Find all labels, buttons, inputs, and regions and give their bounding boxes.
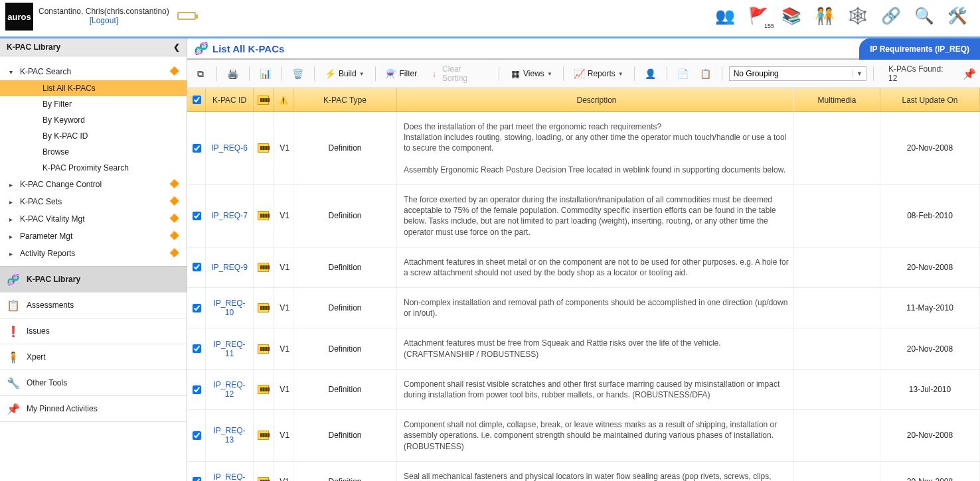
globe-people-icon[interactable]: 🧑‍🤝‍🧑 (814, 5, 835, 27)
table-row[interactable]: IP_REQ-12 V1 Definition Component shall … (187, 370, 980, 410)
person-button[interactable]: 👤 (641, 66, 660, 81)
row-checkbox-cell[interactable] (187, 462, 206, 481)
clear-sorting-button[interactable]: ↓Clear Sorting (425, 62, 492, 85)
row-checkbox[interactable] (193, 304, 201, 312)
row-checkbox[interactable] (193, 263, 201, 271)
kpac-id-link[interactable]: IP_REQ-14 (210, 472, 249, 481)
flag-icon[interactable]: 🚩155 (748, 5, 769, 27)
row-checkbox[interactable] (193, 431, 201, 440)
table-row[interactable]: IP_REQ-14 V1 Definition Seal all mechani… (187, 462, 980, 481)
delete-button[interactable]: 🗑️ (289, 66, 307, 81)
table-row[interactable]: IP_REQ-6 V1 Definition Does the installa… (187, 112, 980, 185)
module-item[interactable]: 🧍Xpert (0, 344, 187, 370)
module-item[interactable]: 🧬K-PAC Library (0, 267, 187, 293)
header-checkbox-col[interactable] (187, 88, 206, 111)
row-type-cell: Definition (293, 247, 397, 287)
table-row[interactable]: IP_REQ-9 V1 Definition Attachment featur… (187, 247, 980, 288)
share-icon[interactable]: 🔗 (880, 5, 902, 27)
tree-expander-icon[interactable]: ▸ (9, 233, 16, 240)
search-chart-icon[interactable]: 🔍 (914, 5, 935, 27)
copy-button[interactable]: 📄 (674, 66, 693, 81)
tree-expander-icon[interactable]: ▸ (9, 250, 16, 257)
user-name: Constantino, Chris(chris.constantino) (39, 7, 169, 16)
tree-item[interactable]: ▾K-PAC Search🔶 (0, 63, 187, 80)
module-item[interactable]: 📌My Pinned Activities (0, 396, 187, 422)
tree-subitem[interactable]: List All K-PACs (0, 80, 187, 96)
kpac-id-link[interactable]: IP_REQ-6 (211, 143, 248, 153)
select-all-checkbox[interactable] (193, 96, 201, 104)
module-item[interactable]: ❗Issues (0, 318, 187, 344)
library-icon[interactable]: 📚 (781, 5, 802, 27)
filter-button[interactable]: ⚗️Filter (382, 66, 422, 81)
header-kpac-id[interactable]: K-PAC ID (206, 88, 254, 111)
paste-button[interactable]: 📋 (696, 66, 715, 81)
network-icon[interactable]: 🕸️ (847, 5, 868, 27)
logout-link[interactable]: [Logout] (39, 16, 169, 25)
header-kpac-type[interactable]: K-PAC Type (293, 88, 397, 111)
kpac-id-link[interactable]: IP_REQ-9 (211, 263, 248, 272)
tree-subitem[interactable]: Browse (0, 144, 187, 160)
tree-expander-icon[interactable]: ▸ (9, 198, 16, 206)
header-vitality-icon[interactable] (254, 88, 274, 111)
table-row[interactable]: IP_REQ-11 V1 Definition Attachment featu… (187, 328, 980, 369)
module-item[interactable]: 🔧Other Tools (0, 370, 187, 396)
popout-button[interactable]: ⧉ (191, 66, 210, 81)
tree-item[interactable]: ▸K-PAC Change Control🔶 (0, 176, 187, 193)
row-checkbox[interactable] (193, 344, 201, 353)
tree-item[interactable]: ▸K-PAC Sets🔶 (0, 193, 187, 210)
row-checkbox-cell[interactable] (187, 410, 206, 461)
kpac-id-link[interactable]: IP_REQ-7 (211, 211, 248, 220)
tree-item[interactable]: ▸Activity Reports🔶 (0, 245, 187, 262)
table-row[interactable]: IP_REQ-10 V1 Definition Non-complex inst… (187, 288, 980, 328)
module-item[interactable]: 📋Assessments (0, 293, 187, 318)
kpac-id-link[interactable]: IP_REQ-13 (210, 426, 249, 445)
print-button[interactable]: 🖨️ (224, 66, 242, 81)
views-label: Views (523, 69, 544, 78)
tree-subitem[interactable]: By Filter (0, 96, 187, 112)
row-checkbox[interactable] (193, 212, 201, 220)
tree-item[interactable]: ▸Parameter Mgt🔶 (0, 228, 187, 245)
views-dropdown[interactable]: ▦Views▼ (506, 66, 556, 81)
vitality-icon (258, 385, 269, 394)
header-last-update[interactable]: Last Update On (880, 88, 980, 111)
reports-dropdown[interactable]: 📈Reports▼ (570, 66, 627, 81)
header-alert-icon[interactable]: ⚠️ (274, 88, 293, 111)
grouping-caret-icon[interactable]: ▼ (853, 70, 866, 77)
build-dropdown[interactable]: ⚡Build▼ (321, 66, 368, 81)
tree-expander-icon[interactable]: ▸ (9, 181, 16, 188)
grouping-select[interactable]: ▼ (729, 66, 866, 81)
row-checkbox-cell[interactable] (187, 185, 206, 247)
tree-expander-icon[interactable]: ▾ (9, 68, 16, 76)
pin-view-icon[interactable]: 📌 (963, 68, 976, 80)
kpac-id-link[interactable]: IP_REQ-11 (210, 340, 249, 358)
export-excel-button[interactable]: 📊 (256, 66, 275, 81)
row-checkbox-cell[interactable] (187, 370, 206, 409)
header-description[interactable]: Description (397, 88, 794, 111)
row-vitality-cell (254, 247, 274, 287)
kpac-id-link[interactable]: IP_REQ-12 (210, 380, 249, 399)
tree-subitem[interactable]: By Keyword (0, 112, 187, 128)
sidebar-panel-header: K-PAC Library ❮ (0, 38, 187, 56)
row-checkbox[interactable] (193, 385, 201, 394)
vitality-icon (258, 344, 269, 354)
kpac-id-link[interactable]: IP_REQ-10 (210, 299, 249, 317)
tree-subitem[interactable]: K-PAC Proximity Search (0, 160, 187, 176)
tree-item[interactable]: ▸K-PAC Vitality Mgt🔶 (0, 210, 187, 228)
grouping-value[interactable] (730, 69, 853, 78)
row-checkbox[interactable] (193, 144, 201, 153)
row-checkbox-cell[interactable] (187, 328, 206, 368)
header-multimedia[interactable]: Multimedia (794, 88, 880, 111)
row-checkbox[interactable] (193, 477, 201, 481)
table-row[interactable]: IP_REQ-13 V1 Definition Component shall … (187, 410, 980, 462)
tree-expander-icon[interactable]: ▸ (9, 216, 16, 223)
people-icon[interactable]: 👥 (714, 5, 736, 27)
row-checkbox-cell[interactable] (187, 288, 206, 328)
tree-subitem[interactable]: By K-PAC ID (0, 128, 187, 144)
collapse-sidebar-icon[interactable]: ❮ (173, 42, 180, 52)
table-row[interactable]: IP_REQ-7 V1 Definition The force exerted… (187, 185, 980, 247)
row-date-cell: 11-May-2010 (880, 288, 980, 328)
description-text: Component shall resist visible scratches… (404, 375, 789, 404)
row-checkbox-cell[interactable] (187, 247, 206, 287)
tools-icon[interactable]: 🛠️ (947, 5, 968, 27)
row-checkbox-cell[interactable] (187, 112, 206, 184)
